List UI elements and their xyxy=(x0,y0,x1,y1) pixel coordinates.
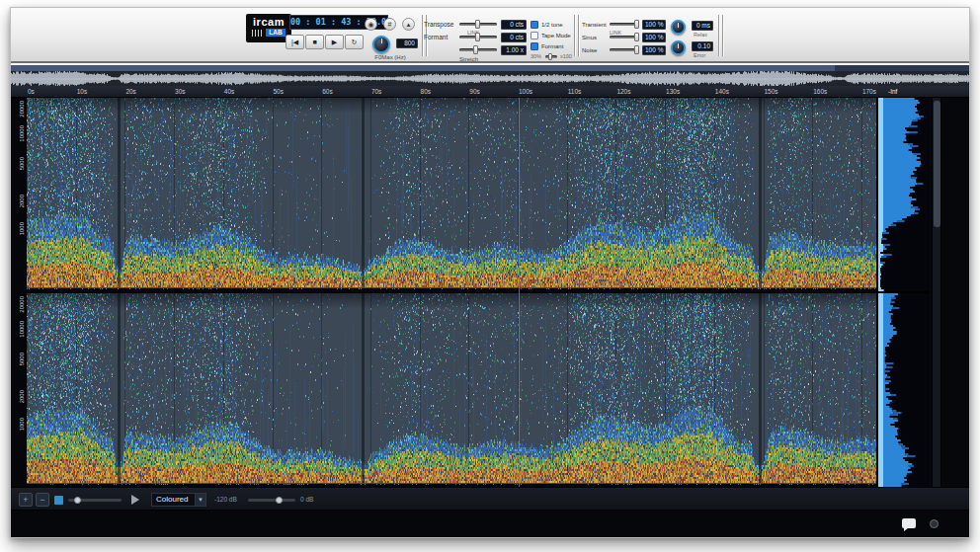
ruler-label: 80s xyxy=(421,88,431,95)
ruler-label: 140s xyxy=(715,88,729,95)
half-tone-label: 1/2 tone xyxy=(541,21,563,29)
db-min-label: -120 dB xyxy=(214,496,237,503)
stretch-slider[interactable] xyxy=(459,48,497,51)
db-range-slider[interactable] xyxy=(248,499,295,502)
ruler-label: 60s xyxy=(322,88,332,95)
info-circle-icon[interactable] xyxy=(930,519,939,528)
ruler-label: 170s xyxy=(862,88,876,95)
spectrogram-area: 2000010000500020001000 20000100005000200… xyxy=(11,98,969,487)
noise-value: 100 % xyxy=(642,45,666,55)
freq-axis-left: 2000010000500020001000 xyxy=(17,98,27,291)
db-range-slider-thumb[interactable] xyxy=(276,497,283,504)
f0max-value: 800 xyxy=(396,39,418,48)
stretch-label: Stretch xyxy=(459,56,478,63)
toolbar-divider xyxy=(722,15,723,56)
app-window: ircam LAB 00 : 01 : 43 : 20.05 ◉ # ▴ |◀ … xyxy=(10,7,970,538)
meter-scale-label: -Inf xyxy=(888,88,897,95)
bottom-toolbar: + − Coloured ▼ -120 dB 0 dB xyxy=(11,487,969,511)
ruler-label: 20s xyxy=(125,88,135,95)
stretch-range-slider[interactable] xyxy=(545,55,557,58)
f0max-label: F0Max (Hz) xyxy=(359,54,422,61)
sinus-slider-thumb[interactable] xyxy=(634,33,639,41)
toolbar-divider xyxy=(578,15,579,56)
freq-axis-label: 10000 xyxy=(18,321,26,338)
colour-mode-value: Coloured xyxy=(156,494,188,506)
ruler-label: 120s xyxy=(616,88,630,95)
spectrum-level-meter xyxy=(876,98,930,487)
tape-mode-checkbox[interactable] xyxy=(531,32,538,39)
transient-value: 100 % xyxy=(642,20,666,30)
formant-slider-thumb[interactable] xyxy=(475,33,480,41)
ruler-label: 100s xyxy=(519,88,532,95)
stop-button[interactable]: ■ xyxy=(305,35,324,49)
toolbar: ircam LAB 00 : 01 : 43 : 20.05 ◉ # ▴ |◀ … xyxy=(11,8,969,63)
vertical-scrollbar-thumb[interactable] xyxy=(934,101,940,227)
freq-axis-label: 1000 xyxy=(18,418,26,431)
sinus-value: 100 % xyxy=(642,33,666,42)
zoom-level-chip[interactable] xyxy=(54,496,63,505)
error-knob[interactable] xyxy=(671,40,686,55)
tape-mode-label: Tape Mode xyxy=(541,32,571,39)
formant-slider-label: Formant xyxy=(424,34,448,41)
db-max-label: 0 dB xyxy=(300,496,313,503)
playhead-cursor xyxy=(519,98,520,487)
relax-value: 0 ms xyxy=(692,21,713,31)
ruler-label: 30s xyxy=(175,88,185,95)
sinus-label: Sinus xyxy=(582,34,597,41)
ruler-label: 50s xyxy=(274,88,284,95)
freq-axis-label: 5000 xyxy=(18,353,26,365)
colour-mode-select[interactable]: Coloured ▼ xyxy=(151,493,206,507)
channel-left: 2000010000500020001000 xyxy=(11,98,969,291)
metronome-button[interactable]: # xyxy=(383,18,396,31)
zoom-slider-thumb[interactable] xyxy=(74,497,81,504)
noise-slider-thumb[interactable] xyxy=(634,45,639,54)
stretch-range-thumb[interactable] xyxy=(548,53,552,60)
formant-checkbox-label: Formant xyxy=(541,42,563,50)
half-tone-checkbox[interactable] xyxy=(531,21,538,29)
ruler-label: 90s xyxy=(469,88,479,95)
transient-slider[interactable] xyxy=(610,23,639,26)
formant-checkbox[interactable] xyxy=(531,42,538,50)
stretch-slider-thumb[interactable] xyxy=(473,45,478,54)
f0max-knob[interactable] xyxy=(372,36,390,53)
freq-axis-right: 2000010000500020001000 xyxy=(17,293,27,487)
noise-slider[interactable] xyxy=(610,48,639,51)
record-button[interactable]: ◉ xyxy=(365,18,377,31)
relax-knob[interactable] xyxy=(671,20,686,35)
footer-strip xyxy=(11,511,969,537)
noise-label: Noise xyxy=(582,46,597,54)
play-button[interactable]: ▶ xyxy=(325,35,344,49)
spectrogram-right[interactable] xyxy=(27,293,876,487)
ruler-label: 0s xyxy=(28,88,35,95)
waveform-overview[interactable] xyxy=(11,71,969,86)
toolbar-divider xyxy=(718,15,719,56)
chat-bubble-icon[interactable] xyxy=(902,518,916,528)
ruler-label: 160s xyxy=(813,88,827,95)
freq-axis-label: 20000 xyxy=(18,296,26,313)
formant-slider[interactable] xyxy=(459,36,497,39)
zoom-vertical-button[interactable]: − xyxy=(36,493,49,507)
transpose-slider-thumb[interactable] xyxy=(475,20,480,29)
zoom-horizontal-button[interactable]: + xyxy=(19,493,33,507)
ruler-label: 110s xyxy=(568,88,582,95)
spectrogram-left[interactable] xyxy=(27,98,876,291)
freq-axis-label: 1000 xyxy=(18,222,26,235)
freq-axis-label: 20000 xyxy=(18,101,26,118)
transpose-value: 0 cts xyxy=(501,20,527,30)
stretch-range-max: x100 xyxy=(560,53,572,60)
transpose-slider[interactable] xyxy=(459,23,497,26)
transient-slider-thumb[interactable] xyxy=(634,20,639,29)
error-value: 0.10 xyxy=(692,41,713,51)
toolbar-divider xyxy=(574,15,575,56)
rewind-button[interactable]: |◀ xyxy=(286,35,304,49)
sinus-slider[interactable] xyxy=(610,36,639,39)
time-ruler[interactable]: -Inf 0s10s20s30s40s50s60s70s80s90s100s11… xyxy=(11,86,969,98)
logo-barcode xyxy=(252,30,264,37)
loop-button[interactable]: ↻ xyxy=(345,35,364,49)
vertical-scrollbar[interactable] xyxy=(932,98,941,487)
ruler-label: 10s xyxy=(77,88,87,95)
zoom-slider[interactable] xyxy=(68,499,122,502)
eject-button[interactable]: ▴ xyxy=(402,18,415,31)
preview-play-icon[interactable] xyxy=(131,495,139,505)
ruler-label: 70s xyxy=(371,88,381,95)
